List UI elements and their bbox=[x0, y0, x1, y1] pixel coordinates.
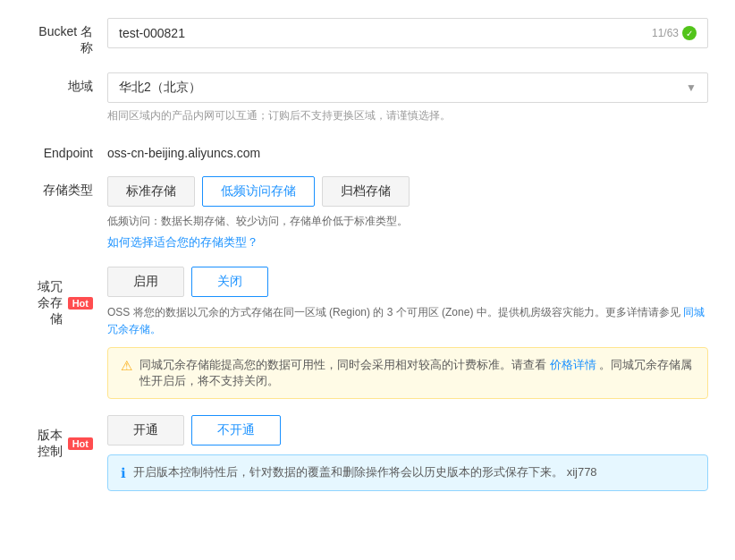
storage-btn-archive[interactable]: 归档存储 bbox=[322, 176, 410, 207]
version-hot-badge: Hot bbox=[68, 437, 93, 450]
check-icon: ✓ bbox=[682, 26, 697, 40]
storage-btn-infrequent[interactable]: 低频访问存储 bbox=[202, 176, 315, 207]
storage-type-label: 存储类型 bbox=[27, 176, 107, 199]
version-row: 版本控制 Hot 开通 不开通 ℹ 开启版本控制特性后，针对数据的覆盖和删除操作… bbox=[27, 415, 708, 491]
endpoint-row: Endpoint oss-cn-beijing.aliyuncs.com bbox=[27, 140, 708, 160]
bucket-input-wrapper: test-000821 11/63 ✓ bbox=[107, 18, 708, 48]
info-icon: ℹ bbox=[121, 465, 126, 481]
storage-link: 如何选择适合您的存储类型？ bbox=[107, 234, 708, 250]
region-content: 华北2（北京） ▼ 相同区域内的产品内网可以互通；订购后不支持更换区域，请谨慎选… bbox=[107, 72, 708, 123]
version-label: 版本控制 bbox=[27, 428, 63, 460]
region-label: 地域 bbox=[27, 72, 107, 95]
region-value: 华北2（北京） bbox=[119, 80, 201, 96]
bucket-count: 11/63 ✓ bbox=[652, 26, 697, 40]
redundancy-label-group: 域冗余存储 Hot bbox=[27, 273, 93, 327]
redundancy-label-wrapper: 域冗余存储 Hot bbox=[27, 267, 107, 327]
warning-icon: ⚠ bbox=[121, 358, 132, 374]
region-hint: 相同区域内的产品内网可以互通；订购后不支持更换区域，请谨慎选择。 bbox=[107, 108, 708, 123]
version-label-wrapper: 版本控制 Hot bbox=[27, 415, 107, 460]
redundancy-warning-box: ⚠ 同城冗余存储能提高您的数据可用性，同时会采用相对较高的计费标准。请查看 价格… bbox=[107, 347, 708, 399]
endpoint-content: oss-cn-beijing.aliyuncs.com bbox=[107, 140, 708, 160]
endpoint-label: Endpoint bbox=[27, 140, 107, 160]
region-select[interactable]: 华北2（北京） ▼ bbox=[107, 72, 708, 103]
redundancy-enable-btn[interactable]: 启用 bbox=[107, 267, 184, 297]
endpoint-value: oss-cn-beijing.aliyuncs.com bbox=[107, 140, 708, 160]
redundancy-hot-badge: Hot bbox=[68, 297, 93, 310]
version-info-extra: xij778 bbox=[567, 465, 597, 479]
version-disable-btn[interactable]: 不开通 bbox=[191, 415, 281, 445]
chevron-down-icon: ▼ bbox=[686, 81, 697, 94]
redundancy-content: 启用 关闭 OSS 将您的数据以冗余的方式存储在同一区域 (Region) 的 … bbox=[107, 267, 708, 399]
price-link[interactable]: 价格详情 bbox=[550, 358, 596, 371]
redundancy-label: 域冗余存储 bbox=[27, 279, 63, 327]
storage-btn-group: 标准存储 低频访问存储 归档存储 bbox=[107, 176, 708, 207]
version-label-group: 版本控制 Hot bbox=[27, 421, 93, 460]
bucket-label: Bucket 名称 bbox=[27, 18, 107, 56]
region-row: 地域 华北2（北京） ▼ 相同区域内的产品内网可以互通；订购后不支持更换区域，请… bbox=[27, 72, 708, 123]
storage-btn-standard[interactable]: 标准存储 bbox=[107, 176, 195, 207]
version-btn-group: 开通 不开通 bbox=[107, 415, 708, 445]
storage-link-anchor[interactable]: 如何选择适合您的存储类型？ bbox=[107, 235, 258, 249]
redundancy-row: 域冗余存储 Hot 启用 关闭 OSS 将您的数据以冗余的方式存储在同一区域 (… bbox=[27, 267, 708, 399]
bucket-input[interactable]: test-000821 11/63 ✓ bbox=[107, 18, 708, 48]
bucket-value: test-000821 bbox=[119, 26, 185, 40]
redundancy-desc: OSS 将您的数据以冗余的方式存储在同一区域 (Region) 的 3 个可用区… bbox=[107, 304, 708, 338]
storage-desc: 低频访问：数据长期存储、较少访问，存储单价低于标准类型。 bbox=[107, 214, 708, 229]
version-content: 开通 不开通 ℹ 开启版本控制特性后，针对数据的覆盖和删除操作将会以历史版本的形… bbox=[107, 415, 708, 491]
version-enable-btn[interactable]: 开通 bbox=[107, 415, 184, 445]
redundancy-warning-text: 同城冗余存储能提高您的数据可用性，同时会采用相对较高的计费标准。请查看 价格详情… bbox=[139, 357, 695, 389]
storage-type-content: 标准存储 低频访问存储 归档存储 低频访问：数据长期存储、较少访问，存储单价低于… bbox=[107, 176, 708, 250]
redundancy-disable-btn[interactable]: 关闭 bbox=[191, 267, 268, 297]
storage-type-row: 存储类型 标准存储 低频访问存储 归档存储 低频访问：数据长期存储、较少访问，存… bbox=[27, 176, 708, 250]
version-info-text: 开启版本控制特性后，针对数据的覆盖和删除操作将会以历史版本的形式保存下来。 xi… bbox=[133, 464, 597, 480]
redundancy-btn-group: 启用 关闭 bbox=[107, 267, 708, 297]
version-info-box: ℹ 开启版本控制特性后，针对数据的覆盖和删除操作将会以历史版本的形式保存下来。 … bbox=[107, 454, 708, 491]
bucket-name-row: Bucket 名称 test-000821 11/63 ✓ bbox=[27, 18, 708, 56]
